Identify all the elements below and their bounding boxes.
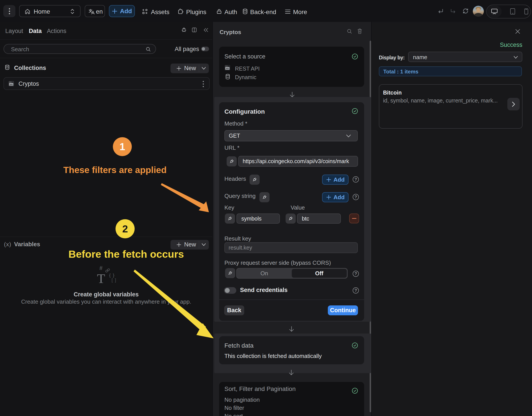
svg-text:API: API [10,84,13,85]
svg-text:API: API [226,67,229,69]
